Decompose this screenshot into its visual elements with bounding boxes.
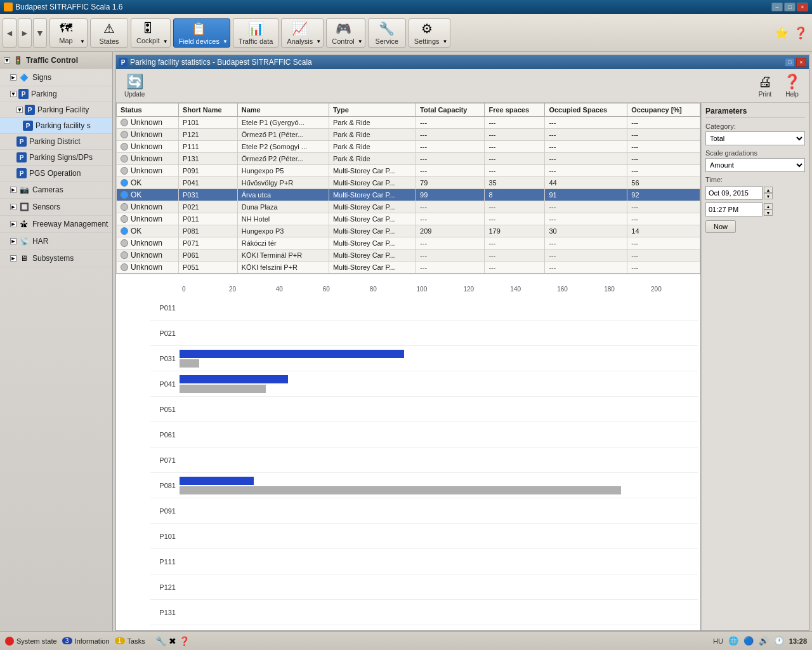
status-right: HU 🌐 🔵 🔊 🕐 13:28: [713, 636, 807, 646]
map-icon: 🗺: [60, 21, 72, 36]
settings-menu-button[interactable]: ⚙ Settings: [409, 18, 450, 48]
help-button[interactable]: ❓ Help: [779, 72, 805, 100]
question-icon[interactable]: ❓: [179, 636, 190, 646]
date-up-button[interactable]: ▲: [764, 187, 773, 193]
cell-name: Rákóczi tér: [237, 237, 329, 249]
chart-bars: [180, 375, 698, 393]
table-row[interactable]: OK P031 Árva utca Multi-Storey Car P... …: [117, 189, 700, 201]
favorites-star-icon[interactable]: ⭐: [773, 24, 790, 42]
maximize-button[interactable]: □: [784, 3, 796, 11]
sidebar-item-har[interactable]: ► 📡 HAR: [0, 233, 112, 250]
inner-restore-button[interactable]: □: [785, 58, 795, 67]
states-menu-button[interactable]: ⚠ States: [90, 18, 128, 48]
scale-select[interactable]: Amount: [705, 158, 805, 172]
titlebar: Budapest SITRAFFIC Scala 1.6 – □ ×: [0, 0, 812, 14]
cell-free: ---: [485, 249, 545, 262]
close-button[interactable]: ×: [797, 3, 808, 11]
time-down-button[interactable]: ▼: [764, 209, 773, 216]
time-up-button[interactable]: ▲: [764, 203, 773, 209]
table-container[interactable]: Status Short Name Name Type Total Capaci…: [116, 103, 700, 274]
cell-occupied: ---: [545, 141, 627, 153]
nav-back-button[interactable]: ◄: [3, 18, 16, 48]
table-row[interactable]: Unknown P091 Hungexpo P5 Multi-Storey Ca…: [117, 165, 700, 177]
cell-name: Etele P1 (Gyergyó...: [237, 117, 329, 129]
cell-free: ---: [485, 117, 545, 129]
table-row[interactable]: Unknown P121 Örmező P1 (Péter... Park & …: [117, 129, 700, 141]
category-select[interactable]: Total: [705, 131, 805, 145]
status-circle: [121, 203, 128, 211]
cell-free: ---: [485, 237, 545, 249]
table-row[interactable]: Unknown P111 Etele P2 (Somogyi ... Park …: [117, 141, 700, 153]
nav-fwd-button[interactable]: ►: [18, 18, 32, 48]
sidebar-item-parking[interactable]: ▼ P Parking: [0, 86, 112, 102]
date-down-button[interactable]: ▼: [764, 193, 773, 199]
cell-type: Multi-Storey Car P...: [329, 237, 416, 249]
cell-occupancy: ---: [627, 153, 700, 165]
pgs-icon: P: [16, 168, 27, 178]
table-row[interactable]: OK P041 Hűvösvölgy P+R Multi-Storey Car …: [117, 177, 700, 189]
parameters-title: Parameters: [705, 107, 805, 117]
table-row[interactable]: Unknown P021 Duna Plaza Multi-Storey Car…: [117, 201, 700, 213]
minimize-button[interactable]: –: [771, 3, 783, 11]
cell-status: Unknown: [117, 213, 179, 225]
sidebar-item-freeway[interactable]: ► 🛣 Freeway Management: [0, 216, 112, 233]
traffic-data-menu-button[interactable]: 📊 Traffic data: [233, 18, 278, 48]
sidebar-item-signs[interactable]: ► 🔷 Signs: [0, 69, 112, 86]
cell-occupancy: ---: [627, 249, 700, 262]
sidebar-item-parking-signs[interactable]: P Parking Signs/DPs: [0, 150, 112, 166]
sidebar-item-subsystems[interactable]: ► 🖥 Subsystems: [0, 250, 112, 267]
favorites: ⭐ ❓: [773, 24, 809, 42]
parking-facility-icon: P: [25, 105, 35, 115]
table-row[interactable]: Unknown P101 Etele P1 (Gyergyó... Park &…: [117, 117, 700, 129]
table-row[interactable]: Unknown P131 Örmező P2 (Péter... Park & …: [117, 153, 700, 165]
print-button[interactable]: 🖨 Print: [754, 72, 776, 100]
cross-icon[interactable]: ✖: [169, 636, 176, 646]
cell-free: ---: [485, 201, 545, 213]
sidebar-item-parking-facility-s[interactable]: P Parking facility s: [0, 118, 112, 134]
sidebar-item-parking-facility[interactable]: ▼ P Parking Facility: [0, 102, 112, 118]
service-menu-button[interactable]: 🔧 Service: [368, 18, 406, 48]
cell-name: NH Hotel: [237, 213, 329, 225]
table-row[interactable]: Unknown P061 KÖKI Terminál P+R Multi-Sto…: [117, 249, 700, 262]
expand-icon: ►: [10, 204, 16, 210]
wrench-icon[interactable]: 🔧: [155, 636, 166, 646]
nav-dropdown-button[interactable]: ▼: [33, 18, 47, 48]
tool-icons: 🔧 ✖ ❓: [155, 636, 190, 646]
cell-type: Multi-Storey Car P...: [329, 225, 416, 237]
cell-name: Hungexpo P5: [237, 165, 329, 177]
table-row[interactable]: Unknown P051 KÖKI felszíni P+R Multi-Sto…: [117, 262, 700, 274]
states-icon: ⚠: [103, 21, 115, 36]
table-row[interactable]: Unknown P011 NH Hotel Multi-Storey Car P…: [117, 213, 700, 225]
status-circle: [121, 215, 128, 223]
control-menu-button[interactable]: 🎮 Control: [326, 18, 365, 48]
cell-type: Multi-Storey Car P...: [329, 249, 416, 262]
sidebar-item-traffic-control[interactable]: ▼ 🚦 Traffic Control: [0, 52, 112, 69]
analysis-menu-button[interactable]: 📈 Analysis: [281, 18, 324, 48]
sidebar-item-parking-district[interactable]: P Parking District: [0, 134, 112, 150]
now-button[interactable]: Now: [705, 220, 736, 233]
cell-total: ---: [416, 141, 485, 153]
table-row[interactable]: OK P081 Hungexpo P3 Multi-Storey Car P..…: [117, 225, 700, 237]
chart-container[interactable]: 020406080100120140160180200P011P021P031P…: [116, 274, 700, 630]
cell-occupancy: ---: [627, 129, 700, 141]
field-devices-menu-button[interactable]: 📋 Field devices: [173, 18, 230, 48]
time-date-input[interactable]: [705, 186, 763, 200]
map-menu-button[interactable]: 🗺 Map: [49, 18, 88, 48]
subsystems-label: Subsystems: [32, 254, 74, 263]
cameras-icon: 📷: [18, 184, 30, 196]
help-icon[interactable]: ❓: [792, 24, 809, 42]
sidebar-item-sensors[interactable]: ► 🔲 Sensors: [0, 199, 112, 216]
table-row[interactable]: Unknown P071 Rákóczi tér Multi-Storey Ca…: [117, 237, 700, 249]
sidebar-item-pgs-operation[interactable]: P PGS Operation: [0, 166, 112, 182]
status-circle: [121, 227, 128, 235]
status-circle: [121, 143, 128, 150]
time-time-input[interactable]: [705, 202, 763, 216]
sidebar-item-cameras[interactable]: ► 📷 Cameras: [0, 182, 112, 199]
cell-total: ---: [416, 165, 485, 177]
inner-close-button[interactable]: ×: [796, 58, 806, 67]
chart-row: P031: [150, 346, 698, 371]
cell-occupied: ---: [545, 165, 627, 177]
cell-short-name: P031: [179, 189, 238, 201]
update-button[interactable]: 🔄 Update: [120, 72, 149, 100]
cockpit-menu-button[interactable]: 🎛 Cockpit: [131, 18, 171, 48]
